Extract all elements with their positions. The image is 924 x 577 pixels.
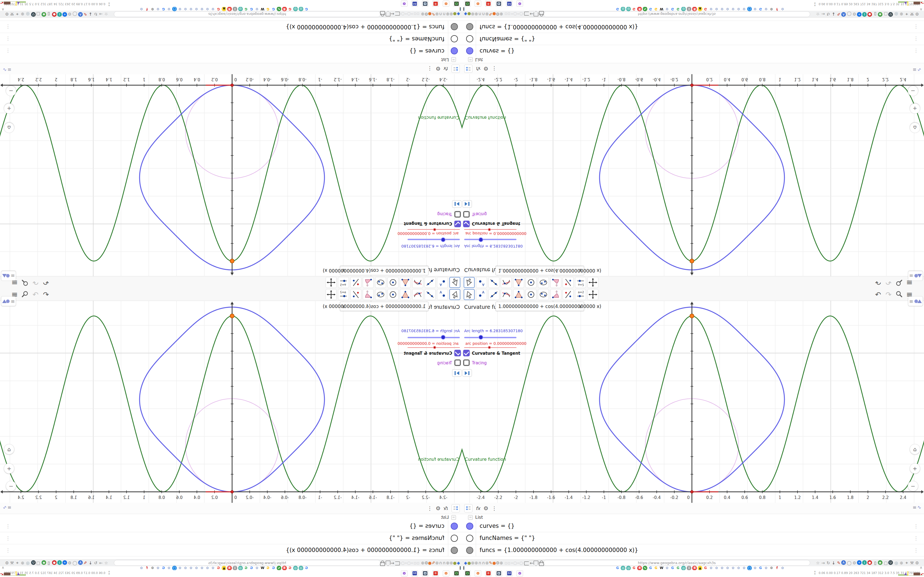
gear-icon[interactable]: ⚙ [914,560,920,566]
kebab-menu-icon[interactable]: ⋮ [5,547,10,553]
algebra-row-funcNames[interactable]: funcNames = {" "}⋮ [462,33,924,45]
arc-position-text[interactable]: arc position = 0.000000000000 [465,341,527,346]
down-circle-icon[interactable]: ↓ [57,12,62,17]
knit-icon[interactable]: ◎ [238,566,243,571]
knit-icon[interactable]: ◎ [299,566,303,571]
pinwheel-icon[interactable]: ✿ [200,566,204,571]
graphics-view[interactable]: -2.4-2.2-2-1.8-1.6-1.4-1.2-1-0.8-0.6-0.4… [0,74,462,276]
chat-icon[interactable]: ▢ [172,566,177,571]
chevron-up-icon[interactable]: ∧ [919,566,922,570]
tool-ellipse-icon[interactable] [538,277,549,288]
tool-circle-center-point-icon[interactable] [525,289,536,300]
globe-icon[interactable]: ⊕ [420,11,425,17]
chevron-up-icon[interactable]: ∧ [2,7,5,11]
tab-console-icon[interactable] [464,571,471,577]
tab-floppy-icon[interactable]: 64 [506,0,513,6]
gear-icon[interactable]: ⚙ [4,560,10,566]
arc-position-text[interactable]: arc position = 0.000000000000 [465,231,527,236]
tool-point-icon[interactable]: A [437,289,448,300]
tool-slider-icon[interactable]: a=2 [338,289,349,300]
marker-icon[interactable]: ✎ [82,11,88,17]
zoom-out-button[interactable]: − [6,86,16,96]
visibility-toggle[interactable] [451,23,458,30]
algebra-row-curves[interactable]: curves = {}⋮ [0,45,462,57]
tab-floppy-icon[interactable]: 64 [411,0,418,6]
zoom-out-button[interactable]: − [908,86,918,96]
pinwheel-icon[interactable]: ✿ [714,566,719,571]
gear-icon[interactable]: ⚙ [852,11,857,17]
knit-icon[interactable]: ◎ [681,566,686,571]
google-icon[interactable]: G [216,566,221,571]
tool-polygon-icon[interactable] [400,289,411,300]
tab-owl-icon[interactable] [401,571,407,577]
shield-icon[interactable] [533,11,538,16]
home-button[interactable]: ⌂ [4,444,14,455]
plus-icon[interactable]: + [62,12,67,17]
f-icon[interactable]: f [775,566,779,571]
like-icon[interactable]: ✦ [15,11,20,17]
google-icon[interactable]: G [304,566,309,571]
google-icon[interactable]: G [670,566,675,571]
globe-icon[interactable]: ⊕ [20,560,25,566]
tool-polygon-icon[interactable] [400,277,411,288]
visibility-toggle[interactable] [451,547,458,554]
tool-point-icon[interactable]: A [437,277,448,288]
star-icon[interactable]: ☆ [103,11,109,17]
shield-circle-icon[interactable]: ◎ [893,560,899,566]
google-icon[interactable]: G [632,6,636,11]
knit-icon[interactable]: ◎ [681,6,686,11]
tool-slider-icon[interactable]: a=2 [575,289,586,300]
kebab-menu-icon[interactable]: ⋮ [914,547,919,553]
google-icon[interactable]: G [288,6,292,11]
copy-icon[interactable]: ▢ [883,11,888,17]
mouse-icon[interactable]: ◯ [846,560,852,566]
visibility-toggle[interactable] [451,535,458,542]
ublock-icon[interactable]: U [888,12,893,17]
google-icon[interactable]: G [288,566,292,571]
search-icon[interactable] [20,276,30,288]
arc-position-slider[interactable] [407,229,460,230]
tool-move-graphics-view-icon[interactable] [587,277,598,288]
visibility-toggle[interactable] [466,23,473,30]
arc-position-slider[interactable] [407,347,460,348]
trash-icon[interactable]: ▯ [872,560,878,566]
google-icon[interactable]: G [758,566,763,571]
google-icon[interactable]: G [654,566,658,571]
pinwheel-icon[interactable]: ✿ [211,566,215,571]
record-icon[interactable]: ● [52,560,57,565]
shield-icon[interactable] [386,561,391,566]
back-arrow-icon[interactable]: ← [390,11,395,17]
tab-firefox-icon[interactable] [475,571,481,577]
tab-floppy-icon[interactable]: 64 [506,571,513,577]
knit-icon[interactable]: ◎ [621,566,625,571]
kebab-menu-icon[interactable]: ⋮ [5,535,10,541]
tool-slider-icon[interactable]: a=2 [338,277,349,288]
reload-icon[interactable]: ↻ [93,11,99,17]
tab-monitor-icon[interactable] [496,571,502,577]
tab-firefox-icon[interactable] [475,0,481,6]
algebra-row-funcNames[interactable]: funcNames = {" "}⋮ [0,33,462,45]
kebab-menu-icon[interactable]: ⋮ [914,36,919,42]
pinwheel-icon[interactable]: ✿ [255,6,259,11]
undo-icon[interactable]: ↶ [41,288,51,301]
arc-position-slider[interactable] [464,347,517,348]
tracing-checkbox[interactable] [463,211,470,218]
pinwheel-icon[interactable]: ✿ [725,6,730,11]
plus-icon[interactable]: + [62,560,67,565]
ublock-icon[interactable]: U [31,560,36,565]
collapse-button[interactable]: − [451,515,456,520]
graphics-view[interactable]: -2.4-2.2-2-1.8-1.6-1.4-1.2-1-0.8-0.6-0.4… [0,301,462,503]
algebra-row-funcNames[interactable]: funcNames = {" "}⋮ [462,532,924,544]
reload-icon[interactable]: ↻ [825,560,831,566]
gear-icon[interactable]: ⚙ [483,505,488,512]
curvature-tangent-checkbox[interactable] [463,221,470,227]
tracing-checkbox[interactable] [463,359,470,366]
copy-icon[interactable]: ▢ [36,560,41,566]
star-icon[interactable]: ☆ [815,560,821,566]
algebra-row-funcs[interactable]: funcs = {1.000000000000 + cos(4.00000000… [0,21,462,33]
pinwheel-icon[interactable]: ✿ [166,6,171,11]
shield-icon[interactable] [533,561,538,566]
download-icon[interactable]: ↓ [831,11,836,17]
pinwheel-icon[interactable]: ✿ [764,566,768,571]
shield-circle-icon[interactable]: ◎ [25,560,31,566]
